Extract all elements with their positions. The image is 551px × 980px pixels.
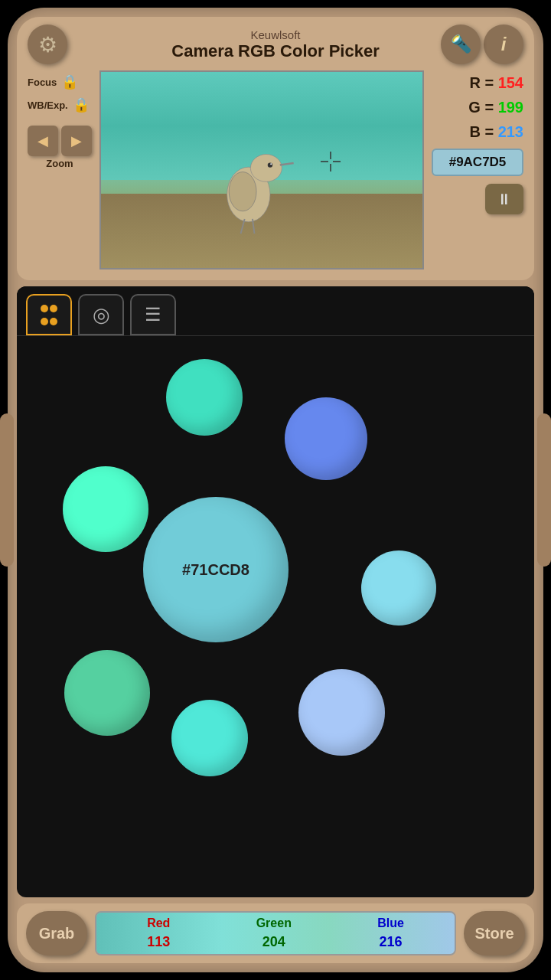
- tab-bar: ◎ ☰: [17, 286, 534, 336]
- blue-bottom-label: Blue: [377, 915, 404, 932]
- zoom-right-arrow-icon: ▶: [71, 132, 82, 149]
- svg-point-6: [268, 162, 272, 167]
- focus-label: Focus: [28, 77, 57, 88]
- camera-tab-icon: ◎: [93, 303, 110, 327]
- blue-bottom-display: Blue 216: [377, 915, 404, 952]
- menu-tab-icon: ☰: [145, 304, 161, 325]
- viewfinder[interactable]: [99, 70, 424, 270]
- zoom-row: ◀ ▶: [28, 126, 92, 156]
- zoom-out-button[interactable]: ◀: [28, 126, 58, 156]
- bubble-6[interactable]: [64, 650, 150, 736]
- grab-button[interactable]: Grab: [26, 911, 87, 956]
- app-brand: Keuwlsoft: [67, 28, 484, 41]
- app-title: Camera RGB Color Picker: [67, 41, 484, 61]
- title-group: Keuwlsoft Camera RGB Color Picker: [67, 28, 484, 61]
- grab-label: Grab: [39, 925, 75, 942]
- focus-lock-icon[interactable]: 🔒: [61, 74, 78, 90]
- torch-icon: 🔦: [451, 34, 471, 54]
- bubble-1[interactable]: [166, 359, 243, 436]
- bubbles-area[interactable]: #71CCD8: [17, 336, 534, 893]
- right-controls: R = 154 G = 199 B = 213 #9AC7D5 ⏸: [432, 70, 523, 214]
- bubble-8[interactable]: [298, 669, 385, 756]
- header-row: ⚙ Keuwlsoft Camera RGB Color Picker 🔦 i: [28, 24, 523, 64]
- bubble-7[interactable]: [171, 700, 248, 776]
- bird-scene: [101, 72, 422, 268]
- wb-label: WB/Exp.: [28, 100, 68, 111]
- bottom-section: Grab Red 113 Green 204 Blue 216 Store: [17, 903, 534, 963]
- info-button[interactable]: i: [484, 24, 523, 64]
- color-strip: Red 113 Green 204 Blue 216: [95, 911, 456, 956]
- b-label: B =: [469, 123, 497, 140]
- tab-bubbles[interactable]: [26, 294, 72, 335]
- svg-point-3: [230, 172, 257, 211]
- green-bottom-display: Green 204: [256, 915, 292, 952]
- info-icon: i: [501, 34, 507, 55]
- red-bottom-label: Red: [147, 915, 170, 932]
- g-label: G =: [468, 99, 497, 116]
- zoom-label: Zoom: [46, 158, 73, 169]
- torch-button[interactable]: 🔦: [441, 24, 481, 64]
- bubble-2[interactable]: [285, 397, 367, 480]
- red-bottom-value: 113: [147, 933, 170, 952]
- zoom-left-arrow-icon: ◀: [37, 132, 48, 149]
- bubbles-tab-icon: [37, 302, 61, 327]
- hex-display: #9AC7D5: [432, 149, 523, 176]
- blue-bottom-value: 216: [377, 933, 404, 952]
- tab-menu[interactable]: ☰: [130, 294, 176, 335]
- gear-button[interactable]: ⚙: [28, 24, 67, 64]
- gear-icon: ⚙: [38, 32, 57, 57]
- bubble-3[interactable]: [63, 466, 148, 552]
- bubble-center[interactable]: #71CCD8: [143, 497, 289, 642]
- crosshair: [319, 150, 342, 173]
- bird-svg: [171, 121, 326, 239]
- left-controls: Focus 🔒 WB/Exp. 🔒 ◀ ▶: [28, 70, 92, 169]
- pause-icon: ⏸: [497, 191, 512, 208]
- svg-line-2: [280, 163, 294, 165]
- g-value: 199: [498, 99, 523, 116]
- center-bubble-label: #71CCD8: [182, 561, 249, 579]
- red-bottom-display: Red 113: [147, 915, 170, 952]
- wb-lock-icon[interactable]: 🔒: [73, 96, 90, 113]
- svg-point-1: [251, 155, 282, 182]
- device-shell: ⚙ Keuwlsoft Camera RGB Color Picker 🔦 i …: [8, 8, 543, 972]
- tab-camera[interactable]: ◎: [78, 294, 124, 335]
- rgb-display: R = 154 G = 199 B = 213: [468, 70, 523, 144]
- top-section: ⚙ Keuwlsoft Camera RGB Color Picker 🔦 i …: [17, 17, 534, 280]
- pause-button[interactable]: ⏸: [485, 184, 523, 214]
- store-button[interactable]: Store: [464, 911, 525, 956]
- store-label: Store: [474, 925, 514, 942]
- green-bottom-value: 204: [256, 933, 292, 952]
- green-bottom-label: Green: [256, 915, 292, 932]
- focus-row: Focus 🔒: [28, 74, 92, 90]
- zoom-controls: ◀ ▶ Zoom: [28, 126, 92, 169]
- svg-point-7: [271, 163, 272, 165]
- camera-area: Focus 🔒 WB/Exp. 🔒 ◀ ▶: [28, 70, 523, 270]
- r-value: 154: [498, 74, 523, 91]
- wb-row: WB/Exp. 🔒: [28, 96, 92, 113]
- r-label: R =: [469, 74, 497, 91]
- bubble-5[interactable]: [361, 550, 436, 626]
- zoom-in-button[interactable]: ▶: [61, 126, 92, 156]
- b-value: 213: [498, 123, 523, 140]
- color-strip-inner: Red 113 Green 204 Blue 216: [96, 913, 455, 954]
- middle-section: ◎ ☰ #71CCD8: [17, 286, 534, 897]
